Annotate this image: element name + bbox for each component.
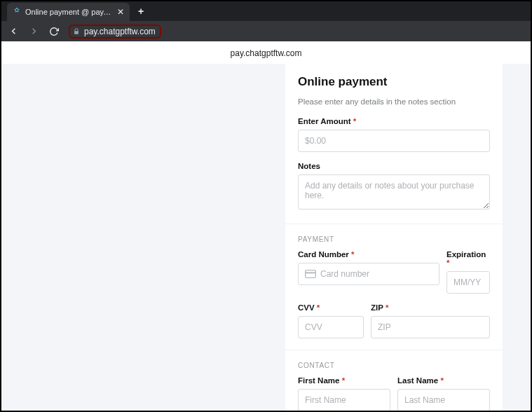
contact-section: CONTACT First Name * Last Name * Custome… xyxy=(285,350,503,411)
card-number-group: Card Number * xyxy=(298,250,439,294)
page-hint: Please enter any details in the notes se… xyxy=(298,97,490,106)
zip-group: ZIP * xyxy=(371,303,490,338)
first-name-input[interactable] xyxy=(298,389,390,411)
lock-icon xyxy=(73,28,80,35)
contact-section-header: CONTACT xyxy=(298,362,490,369)
reload-icon[interactable] xyxy=(49,27,59,36)
payment-section: PAYMENT Card Number * xyxy=(285,224,503,350)
browser-toolbar: pay.chatgptftw.com xyxy=(1,21,531,41)
address-bar[interactable]: pay.chatgptftw.com xyxy=(69,25,161,39)
last-name-input[interactable] xyxy=(397,389,490,411)
page-title: Online payment xyxy=(298,75,490,89)
svg-rect-1 xyxy=(306,272,316,273)
amount-group: Enter Amount * xyxy=(298,117,490,152)
payment-page: Online payment Please enter any details … xyxy=(1,64,531,411)
expiration-input[interactable] xyxy=(446,271,490,294)
new-tab-icon[interactable]: + xyxy=(138,6,144,17)
expiration-label: Expiration * xyxy=(446,250,490,267)
credit-card-icon xyxy=(305,270,316,278)
tab-bar: Online payment @ pay.chatgptft ✕ + xyxy=(1,1,531,21)
first-name-group: First Name * xyxy=(298,376,390,411)
tab-title: Online payment @ pay.chatgptft xyxy=(25,8,113,16)
page-viewport: pay.chatgptftw.com Online payment Please… xyxy=(1,41,531,411)
card-number-label: Card Number * xyxy=(298,250,439,259)
tab-favicon-icon xyxy=(13,7,21,17)
tab-close-icon[interactable]: ✕ xyxy=(117,7,124,17)
browser-window: Online payment @ pay.chatgptft ✕ + pay.c… xyxy=(0,0,532,412)
payment-section-header: PAYMENT xyxy=(298,235,490,243)
page-domain-header: pay.chatgptftw.com xyxy=(1,41,531,64)
zip-label: ZIP * xyxy=(371,303,490,312)
url-text: pay.chatgptftw.com xyxy=(84,27,156,36)
svg-rect-0 xyxy=(306,270,316,278)
card-number-input[interactable] xyxy=(316,263,439,284)
browser-tab[interactable]: Online payment @ pay.chatgptft ✕ xyxy=(7,3,130,21)
payment-card: Online payment Please enter any details … xyxy=(285,64,503,411)
notes-input[interactable] xyxy=(298,174,490,210)
cvv-input[interactable] xyxy=(298,316,364,338)
amount-input[interactable] xyxy=(298,130,490,152)
expiration-group: Expiration * xyxy=(446,250,490,294)
zip-input[interactable] xyxy=(371,316,490,338)
cvv-group: CVV * xyxy=(298,303,364,338)
back-icon[interactable] xyxy=(8,26,19,36)
last-name-label: Last Name * xyxy=(397,376,490,385)
notes-label: Notes xyxy=(298,162,490,170)
amount-label: Enter Amount * xyxy=(298,117,490,125)
details-section: Online payment Please enter any details … xyxy=(285,64,503,224)
last-name-group: Last Name * xyxy=(397,376,490,411)
cvv-label: CVV * xyxy=(298,303,364,312)
first-name-label: First Name * xyxy=(298,376,390,385)
forward-icon[interactable] xyxy=(29,26,39,36)
notes-group: Notes xyxy=(298,162,490,212)
